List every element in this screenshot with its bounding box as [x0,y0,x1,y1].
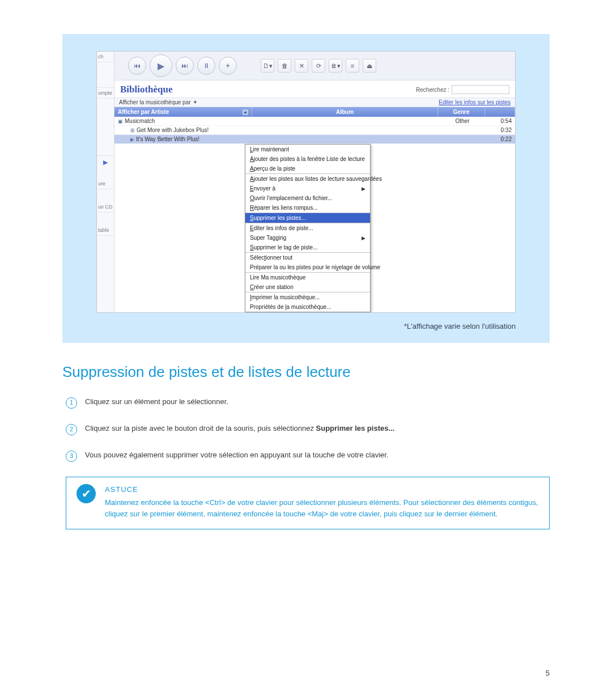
search-label: Recherchez : [416,87,449,93]
submenu-arrow-icon: ▶ [362,186,366,192]
pause-icon: ⏸ [203,62,210,70]
context-menu-item[interactable]: Lire Ma musicothèque [245,273,370,282]
context-menu-item[interactable]: Ouvrir l'emplacement du fichier... [245,193,370,203]
context-menu-label: Supprimer le tag de piste... [250,244,318,251]
checkmark-icon: ✔ [76,484,96,503]
context-menu-item[interactable]: Ajouter des pistes à la fenêtre Liste de… [245,154,370,164]
submenu-arrow-icon: ▶ [362,235,366,241]
previous-button[interactable]: ⏮ [128,57,146,75]
context-menu-item[interactable]: Réparer les liens rompus... [245,203,370,213]
tool-button[interactable]: 🗋▾ [261,59,274,73]
step-text: Cliquez sur un élément pour le sélection… [85,397,550,409]
sidebar-fragment: ure [97,179,114,189]
context-menu-item[interactable]: Créer une station [245,282,370,292]
col-artist-label: Afficher par Artiste [118,109,169,115]
sidebar-gap [97,62,114,88]
next-icon: ⏭ [181,62,188,70]
context-menu-label: Editer les infos de piste... [250,225,313,231]
track-row[interactable]: ⊞Get More with Jukebox Plus!0:32 [114,126,515,135]
view-by-label: Afficher la musicothèque par [119,99,191,105]
context-menu-label: Supprimer les pistes... [250,215,306,221]
context-menu-label: Sélectionner tout [250,254,292,261]
chevron-down-icon: ▼ [193,100,198,105]
row-icon: ▣ [118,118,123,124]
play-icon: ▶ [158,61,164,71]
tool-button[interactable]: 🗎▾ [329,59,342,73]
section-heading: Suppression de pistes et de listes de le… [62,363,550,381]
tip-title: ASTUCE [105,485,539,494]
library-title: Bibliothèque [120,84,173,95]
tool-button[interactable]: ⟳ [312,59,325,73]
screenshot-panel: ch ompte ▶ ure un CD table ⏮ [62,34,550,343]
track-row[interactable]: ▣MusicmatchOther0:54 [114,117,515,126]
tip-box: ✔ ASTUCE Maintenez enfoncée la touche <C… [66,477,550,529]
refresh-icon: ⟳ [316,62,321,70]
track-time: 0:22 [486,135,515,143]
col-album[interactable]: Album [252,107,438,117]
context-menu-item[interactable]: Ajouter les pistes aux listes de lecture… [245,174,370,184]
tool-button[interactable]: ✕ [295,59,308,73]
edit-track-info-link[interactable]: Editer les infos sur les pistes [439,99,511,105]
context-menu-item[interactable]: Aperçu de la piste [245,164,370,173]
context-menu-label: Créer une station [250,284,294,290]
context-menu-label: Lire Ma musicothèque [250,274,305,281]
col-artist[interactable]: Afficher par Artiste [114,107,252,117]
plus-icon: + [226,62,230,70]
track-album [252,126,439,134]
context-menu-item[interactable]: Imprimer la musicothèque... [245,292,370,302]
tip-body: Maintenez enfoncée la touche <Ctrl> de v… [105,497,539,520]
sidebar-play-button[interactable]: ▶ [97,155,114,168]
main-panel: ⏮ ▶ ⏭ ⏸ + 🗋▾ 🗑 ✕ ⟳ 🗎▾ ≡ ⏏ [114,52,515,312]
sidebar-gap [97,213,114,225]
track-name: ▶It's Way Better With Plus! [114,135,252,143]
col-genre[interactable]: Genre [438,107,485,117]
track-genre [439,126,486,134]
context-menu-label: Ajouter des pistes à la fenêtre Liste de… [250,156,365,162]
col-time[interactable] [485,107,515,117]
step-number: 2 [66,424,77,435]
context-menu-item[interactable]: Propriétés de la musicothèque... [245,302,370,312]
context-menu-item[interactable]: Préparer la ou les pistes pour le nivela… [245,262,370,272]
step: 2Cliquez sur la piste avec le bouton dro… [66,423,550,435]
trash-icon: 🗑 [282,62,288,69]
context-menu-item[interactable]: Supprimer le tag de piste... [245,243,370,252]
tool-button[interactable]: ≡ [346,59,359,73]
step: 1Cliquez sur un élément pour le sélectio… [66,397,550,409]
step-number: 1 [66,397,77,409]
add-button[interactable]: + [219,57,237,75]
search-input[interactable] [452,85,509,94]
document-page: ch ompte ▶ ure un CD table ⏮ [0,0,612,700]
sidebar-gap [97,168,114,179]
view-by-dropdown[interactable]: Afficher la musicothèque par ▼ [119,99,197,105]
sidebar-fragment: un CD [97,202,114,213]
track-name: ▣Musicmatch [114,117,252,125]
pause-button[interactable]: ⏸ [197,57,215,75]
play-button[interactable]: ▶ [150,54,172,77]
context-menu-item[interactable]: Supprimer les pistes... [245,213,370,223]
track-rows: ▣MusicmatchOther0:54⊞Get More with Jukeb… [114,117,515,144]
tool-button[interactable]: ⏏ [363,59,376,73]
tool-button[interactable]: 🗑 [278,59,291,73]
context-menu-item[interactable]: Lire maintenant [245,145,370,154]
context-menu-label: Envoyer à [250,185,275,192]
musicmatch-app-window: ch ompte ▶ ure un CD table ⏮ [96,51,516,313]
track-genre [439,135,486,143]
play-icon: ▶ [103,159,108,166]
next-button[interactable]: ⏭ [176,57,194,75]
sidebar-spacer [97,236,114,312]
eject-icon: ⏏ [367,62,372,70]
context-menu-item[interactable]: Envoyer à▶ [245,184,370,193]
context-menu-label: Aperçu de la piste [250,166,295,172]
context-menu-item[interactable]: Editer les infos de piste... [245,223,370,233]
track-genre: Other [439,117,486,125]
steps-list: 1Cliquez sur un élément pour le sélectio… [62,397,550,462]
app-top: ch ompte ▶ ure un CD table ⏮ [97,52,515,312]
context-menu-item[interactable]: Sélectionner tout [245,253,370,262]
track-time: 0:54 [486,117,515,125]
track-row[interactable]: ▶It's Way Better With Plus!0:22 [114,135,515,144]
track-album [252,135,439,143]
context-menu-label: Lire maintenant [250,146,289,152]
context-menu-item[interactable]: Super Tagging▶ [245,233,370,243]
step-number: 3 [66,451,77,462]
list-icon: ≡ [351,62,354,69]
